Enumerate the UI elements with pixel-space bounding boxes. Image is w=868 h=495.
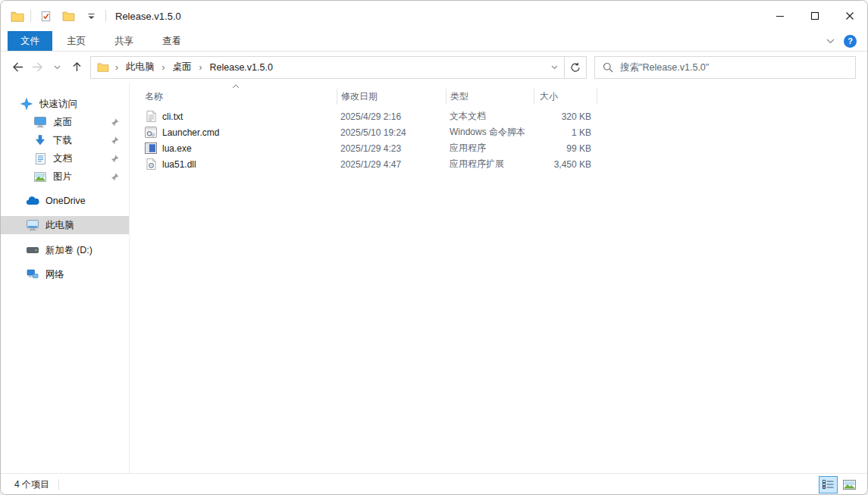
status-bar: 4 个项目	[1, 473, 867, 495]
address-dropdown-button[interactable]	[544, 57, 564, 78]
app-folder-icon	[11, 11, 24, 22]
file-size: 3,450 KB	[534, 159, 597, 170]
file-row-launcher-cmd[interactable]: Launcher.cmd 2025/5/10 19:24 Windows 命令脚…	[130, 124, 867, 140]
sidebar-item-desktop[interactable]: 桌面	[1, 113, 129, 131]
sidebar-item-label: 新加卷 (D:)	[45, 244, 92, 257]
tab-home-label: 主页	[67, 35, 86, 48]
column-header-label: 类型	[450, 90, 468, 103]
status-separator	[58, 479, 59, 490]
tab-share-label: 共享	[114, 35, 133, 48]
up-button[interactable]	[67, 58, 86, 77]
large-icons-view-button[interactable]	[840, 476, 859, 493]
close-button[interactable]	[832, 1, 867, 31]
forward-button[interactable]	[28, 58, 46, 77]
desktop-icon	[33, 117, 47, 128]
sidebar-item-drive-d[interactable]: 新加卷 (D:)	[1, 241, 129, 259]
sidebar-item-pictures[interactable]: 图片	[1, 168, 129, 186]
exe-file-icon	[145, 143, 157, 154]
qat-properties-button[interactable]	[37, 7, 54, 25]
file-name: Launcher.cmd	[162, 127, 219, 138]
qat-new-folder-button[interactable]	[60, 7, 77, 25]
sidebar-item-quick-access[interactable]: 快速访问	[1, 95, 129, 113]
file-name: lua.exe	[162, 143, 192, 154]
documents-icon	[33, 153, 47, 164]
file-list-area: 名称 修改日期 类型 大小 cli.txt 2025/4/29 2:16 文本文…	[130, 83, 867, 473]
cmd-file-icon	[145, 127, 157, 138]
column-header-type[interactable]: 类型	[446, 89, 534, 105]
file-size: 320 KB	[534, 111, 597, 122]
address-bar[interactable]: › 此电脑 › 桌面 › Release.v1.5.0	[90, 56, 587, 79]
back-button[interactable]	[8, 58, 27, 77]
main-area: 快速访问 桌面 下载	[1, 83, 867, 473]
this-pc-icon	[26, 220, 39, 231]
ribbon-tab-bar: 文件 主页 共享 查看 ?	[1, 31, 867, 52]
minimize-button[interactable]	[763, 1, 797, 31]
tab-file[interactable]: 文件	[8, 31, 52, 51]
sidebar-item-label: 图片	[53, 171, 72, 183]
maximize-button[interactable]	[797, 1, 832, 31]
file-name: cli.txt	[162, 111, 183, 122]
file-type: 文本文档	[446, 110, 534, 123]
search-input[interactable]	[620, 62, 855, 73]
sidebar-item-downloads[interactable]: 下载	[1, 131, 129, 149]
dll-file-icon	[145, 158, 157, 170]
file-row-cli-txt[interactable]: cli.txt 2025/4/29 2:16 文本文档 320 KB	[130, 108, 867, 124]
help-icon[interactable]: ?	[844, 35, 857, 48]
navigation-toolbar: › 此电脑 › 桌面 › Release.v1.5.0	[1, 52, 867, 83]
sidebar-item-documents[interactable]: 文档	[1, 149, 129, 168]
tab-file-label: 文件	[20, 35, 39, 48]
item-count: 4 个项目	[1, 478, 49, 491]
file-date: 2025/1/29 4:47	[337, 159, 446, 170]
pin-icon	[111, 155, 119, 163]
recent-locations-dropdown[interactable]	[48, 58, 66, 77]
breadcrumb: › 此电脑 › 桌面 › Release.v1.5.0	[91, 59, 544, 75]
column-header-size[interactable]: 大小	[534, 89, 597, 105]
pin-icon	[111, 136, 119, 145]
network-icon	[26, 269, 39, 280]
tab-view[interactable]: 查看	[148, 31, 196, 51]
breadcrumb-chevron-icon[interactable]: ›	[161, 62, 166, 73]
titlebar-separator	[30, 10, 31, 22]
file-date: 2025/5/10 19:24	[337, 127, 446, 138]
file-date: 2025/4/29 2:16	[337, 111, 446, 122]
file-row-lua-exe[interactable]: lua.exe 2025/1/29 4:23 应用程序 99 KB	[130, 140, 867, 156]
sidebar-item-label: OneDrive	[45, 196, 86, 206]
file-type: 应用程序扩展	[446, 158, 534, 171]
breadcrumb-chevron-icon[interactable]: ›	[114, 62, 119, 73]
sort-ascending-icon	[232, 84, 240, 89]
breadcrumb-item-current-folder[interactable]: Release.v1.5.0	[208, 61, 274, 74]
file-type: 应用程序	[446, 142, 534, 155]
tab-view-label: 查看	[162, 35, 181, 48]
sidebar-item-label: 此电脑	[45, 219, 74, 232]
window-title: Release.v1.5.0	[115, 11, 181, 22]
file-type: Windows 命令脚本	[446, 126, 534, 139]
breadcrumb-item-desktop[interactable]: 桌面	[171, 59, 193, 75]
refresh-button[interactable]	[564, 57, 586, 78]
sidebar-item-onedrive[interactable]: OneDrive	[1, 192, 129, 210]
sidebar-item-label: 快速访问	[39, 98, 77, 111]
file-size: 99 KB	[534, 143, 597, 154]
pin-icon	[111, 173, 119, 181]
qat-customize-dropdown[interactable]	[83, 7, 99, 25]
sidebar-item-label: 下载	[53, 134, 72, 147]
pictures-icon	[33, 172, 47, 182]
ribbon-collapse-chevron-icon[interactable]	[826, 39, 835, 44]
onedrive-cloud-icon	[26, 196, 39, 205]
file-row-lua51-dll[interactable]: lua51.dll 2025/1/29 4:47 应用程序扩展 3,450 KB	[130, 156, 867, 172]
navigation-pane: 快速访问 桌面 下载	[1, 83, 130, 473]
tab-share[interactable]: 共享	[100, 31, 148, 51]
search-icon	[603, 62, 613, 73]
column-header-label: 名称	[145, 90, 163, 103]
file-size: 1 KB	[534, 127, 597, 138]
search-box[interactable]	[594, 56, 856, 79]
column-header-name[interactable]: 名称	[130, 89, 337, 105]
column-header-date-modified[interactable]: 修改日期	[337, 89, 446, 105]
sidebar-item-network[interactable]: 网络	[1, 265, 129, 284]
breadcrumb-item-this-pc[interactable]: 此电脑	[124, 59, 156, 75]
breadcrumb-chevron-icon[interactable]: ›	[199, 62, 203, 73]
sidebar-item-this-pc[interactable]: 此电脑	[1, 216, 129, 234]
explorer-window: Release.v1.5.0 文件 主页 共享 查看 ?	[0, 0, 868, 495]
tab-home[interactable]: 主页	[52, 31, 100, 51]
details-view-button[interactable]	[819, 476, 838, 493]
column-headers: 名称 修改日期 类型 大小	[130, 85, 867, 108]
